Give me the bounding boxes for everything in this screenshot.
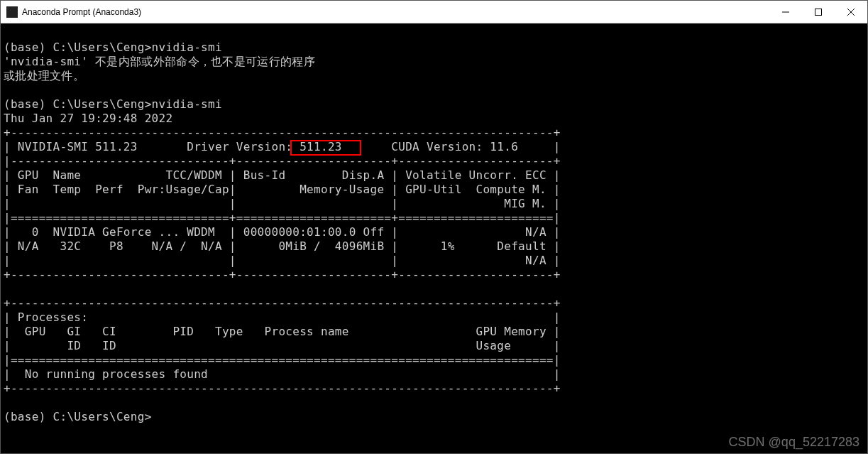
close-button[interactable] — [835, 1, 867, 23]
terminal-line: 'nvidia-smi' 不是内部或外部命令，也不是可运行的程序 — [4, 55, 315, 68]
titlebar: Anaconda Prompt (Anaconda3) — [1, 1, 867, 23]
terminal-line: (base) C:\Users\Ceng>nvidia-smi — [4, 40, 222, 54]
svg-rect-1 — [815, 9, 822, 15]
terminal-line: | ID ID Usage | — [4, 339, 561, 352]
maximize-button[interactable] — [802, 1, 835, 23]
terminal-line: 或批处理文件。 — [4, 69, 84, 82]
terminal-line: +---------------------------------------… — [4, 126, 561, 139]
maximize-icon — [815, 9, 822, 16]
terminal-line: |-------------------------------+-------… — [4, 154, 561, 168]
terminal-line: | NVIDIA-SMI 511.23 Driver Version: 511.… — [4, 140, 561, 153]
terminal-line: | Processes: | — [4, 310, 561, 324]
terminal-line: +---------------------------------------… — [4, 296, 561, 310]
terminal-area[interactable]: (base) C:\Users\Ceng>nvidia-smi 'nvidia-… — [1, 23, 867, 453]
terminal-line: (base) C:\Users\Ceng>nvidia-smi — [4, 97, 222, 111]
window-title: Anaconda Prompt (Anaconda3) — [22, 7, 141, 17]
anaconda-prompt-window: Anaconda Prompt (Anaconda3) (base) C:\Us… — [0, 0, 868, 454]
terminal-line: |===============================+=======… — [4, 211, 561, 225]
terminal-line: +---------------------------------------… — [4, 382, 561, 395]
terminal-line: (base) C:\Users\Ceng> — [4, 410, 152, 423]
terminal-line: | Fan Temp Perf Pwr:Usage/Cap| Memory-Us… — [4, 183, 561, 196]
terminal-line: | GPU GI CI PID Type Process name GPU Me… — [4, 325, 561, 338]
terminal-line: | No running processes found | — [4, 367, 561, 381]
terminal-line: |=======================================… — [4, 353, 561, 367]
terminal-line: +-------------------------------+-------… — [4, 268, 561, 281]
titlebar-controls — [769, 1, 867, 23]
terminal-line: | | | MIG M. | — [4, 197, 561, 210]
terminal-line: | N/A 32C P8 N/A / N/A | 0MiB / 4096MiB … — [4, 239, 561, 253]
close-icon — [847, 9, 855, 16]
terminal-line: Thu Jan 27 19:29:48 2022 — [4, 112, 172, 125]
terminal-line: | 0 NVIDIA GeForce ... WDDM | 00000000:0… — [4, 225, 561, 239]
titlebar-left: Anaconda Prompt (Anaconda3) — [6, 6, 141, 18]
terminal-line: | GPU Name TCC/WDDM | Bus-Id Disp.A | Vo… — [4, 168, 561, 182]
app-icon — [6, 6, 18, 18]
minimize-button[interactable] — [769, 1, 802, 23]
terminal-line: | | | N/A | — [4, 254, 561, 267]
minimize-icon — [782, 9, 789, 16]
